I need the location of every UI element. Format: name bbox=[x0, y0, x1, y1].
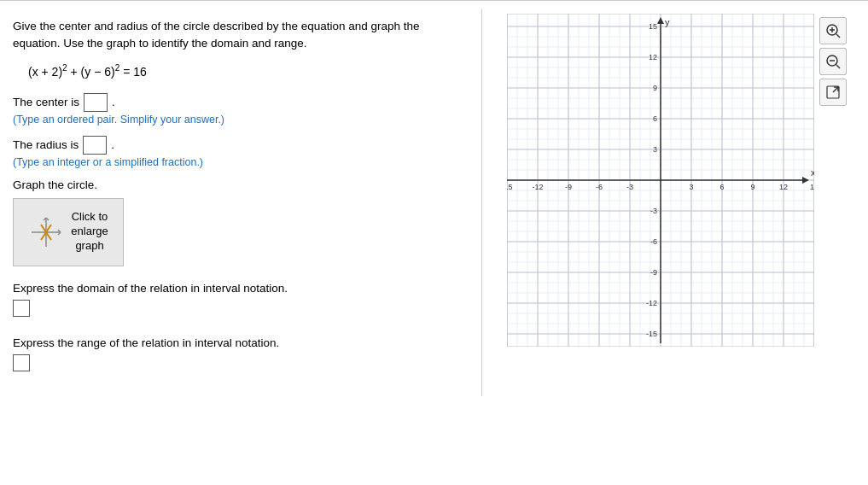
radius-period: . bbox=[111, 138, 114, 151]
svg-text:-12: -12 bbox=[646, 299, 657, 307]
eq-sup2: 2 bbox=[115, 63, 120, 73]
center-period: . bbox=[112, 96, 115, 108]
svg-text:15: 15 bbox=[649, 22, 657, 31]
svg-text:12: 12 bbox=[649, 53, 657, 61]
center-hint: (Type an ordered pair. Simplify your ans… bbox=[13, 114, 465, 126]
svg-text:12: 12 bbox=[779, 183, 788, 191]
svg-text:-15: -15 bbox=[646, 330, 657, 338]
svg-line-127 bbox=[833, 87, 838, 92]
svg-marker-95 bbox=[802, 177, 809, 184]
external-link-icon bbox=[825, 85, 841, 100]
tools-column bbox=[819, 17, 847, 106]
svg-text:6: 6 bbox=[719, 183, 724, 191]
svg-text:3: 3 bbox=[653, 145, 657, 154]
enlarge-graph-button[interactable]: Click toenlargegraph bbox=[13, 198, 124, 266]
radius-label: The radius is bbox=[13, 138, 79, 151]
center-input[interactable] bbox=[84, 93, 108, 112]
magnify-minus-icon bbox=[825, 54, 841, 69]
domain-label: Express the domain of the relation in in… bbox=[13, 282, 465, 295]
svg-text:x: x bbox=[811, 167, 814, 178]
svg-text:-12: -12 bbox=[532, 183, 543, 191]
radius-row: The radius is . bbox=[13, 136, 465, 155]
svg-text:-6: -6 bbox=[650, 237, 657, 246]
svg-line-124 bbox=[836, 65, 840, 68]
radius-hint: (Type an integer or a simplified fractio… bbox=[13, 156, 465, 168]
svg-text:6: 6 bbox=[653, 114, 657, 123]
svg-text:-3: -3 bbox=[626, 183, 633, 191]
eq-equals: = 16 bbox=[123, 64, 147, 78]
right-panel: // We'll use JS-generated SVG for grid x… bbox=[486, 9, 868, 396]
eq-part1: (x + 2) bbox=[28, 64, 62, 78]
range-section: Express the range of the relation in int… bbox=[13, 336, 465, 388]
magnify-plus-icon bbox=[825, 23, 841, 38]
svg-text:-3: -3 bbox=[650, 207, 657, 215]
divider bbox=[481, 9, 482, 396]
svg-text:y: y bbox=[665, 17, 670, 27]
question-text: Give the center and radius of the circle… bbox=[13, 18, 465, 53]
svg-text:15: 15 bbox=[810, 183, 814, 191]
eq-sup1: 2 bbox=[62, 63, 67, 73]
domain-section: Express the domain of the relation in in… bbox=[13, 282, 465, 333]
eq-plus: + (y − 6) bbox=[71, 64, 115, 78]
range-input[interactable] bbox=[13, 354, 30, 371]
svg-text:-15: -15 bbox=[507, 183, 513, 191]
zoom-out-button[interactable] bbox=[819, 48, 847, 75]
svg-text:-6: -6 bbox=[596, 183, 603, 191]
svg-marker-96 bbox=[657, 17, 664, 24]
expand-button[interactable] bbox=[819, 79, 847, 106]
svg-text:-9: -9 bbox=[650, 268, 657, 277]
svg-line-120 bbox=[836, 34, 840, 38]
svg-text:-9: -9 bbox=[565, 183, 572, 191]
left-panel: Give the center and radius of the circle… bbox=[0, 9, 478, 396]
range-label: Express the range of the relation in int… bbox=[13, 336, 465, 349]
radius-input[interactable] bbox=[83, 136, 107, 155]
graph-canvas[interactable]: xy-15-15-12-12-9-9-6-6-3-333669912121515 bbox=[507, 14, 814, 347]
center-row: The center is . bbox=[13, 93, 465, 112]
center-label: The center is bbox=[13, 96, 79, 108]
domain-input[interactable] bbox=[13, 300, 30, 317]
thumbnail-label: Click toenlargegraph bbox=[71, 210, 108, 254]
graph-section-label: Graph the circle. bbox=[13, 178, 465, 191]
thumbnail-icon bbox=[28, 214, 64, 250]
svg-text:3: 3 bbox=[689, 183, 693, 191]
graph-wrapper: // We'll use JS-generated SVG for grid x… bbox=[507, 14, 814, 349]
zoom-in-button[interactable] bbox=[819, 17, 847, 44]
svg-text:9: 9 bbox=[750, 183, 754, 191]
equation-display: (x + 2)2 + (y − 6)2 = 16 bbox=[28, 61, 465, 81]
svg-text:9: 9 bbox=[653, 84, 657, 92]
